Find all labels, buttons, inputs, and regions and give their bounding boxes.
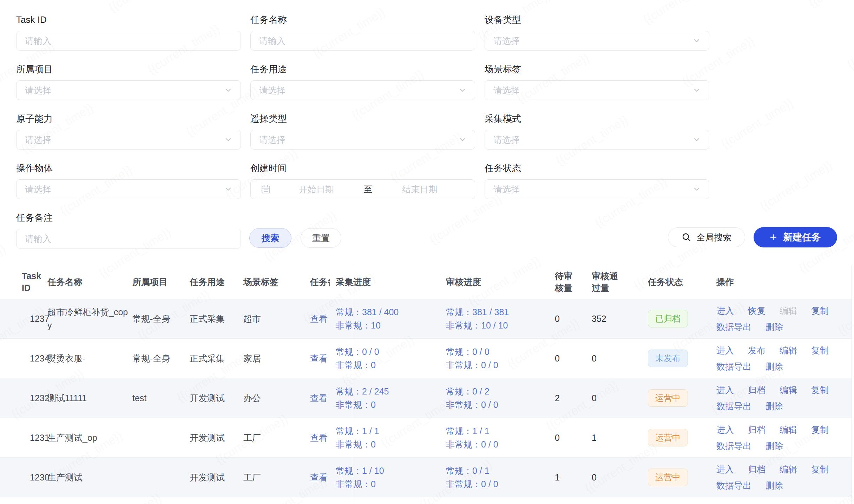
table-body: 1237 超市冷鲜柜补货_copy 常规-全身 正式采集 超市 查看 常规：38… bbox=[0, 299, 852, 504]
cell-pending-count: 1 bbox=[555, 466, 592, 489]
action-edit[interactable]: 编辑 bbox=[780, 383, 797, 397]
teleop-type-select[interactable]: 请选择 bbox=[250, 130, 475, 150]
view-remark-link[interactable]: 查看 bbox=[310, 353, 328, 363]
collect-mode-select[interactable]: 请选择 bbox=[485, 130, 709, 150]
reset-button[interactable]: 重置 bbox=[301, 228, 341, 248]
task-remark-input[interactable] bbox=[17, 229, 241, 248]
action-export[interactable]: 数据导出 bbox=[716, 479, 751, 492]
teleop-type-placeholder: 请选择 bbox=[259, 134, 285, 146]
device-type-select[interactable]: 请选择 bbox=[485, 31, 709, 51]
action-archive[interactable]: 归档 bbox=[748, 383, 766, 397]
cell-collect-progress: 常规：1 / 1 非常规：0 bbox=[330, 419, 446, 456]
date-separator: 至 bbox=[362, 184, 375, 195]
atomic-ability-placeholder: 请选择 bbox=[25, 134, 51, 146]
table-row: 1232 测试11111 test 开发测试 办公 查看 常规：2 / 245 … bbox=[0, 378, 852, 418]
action-export[interactable]: 数据导出 bbox=[716, 320, 751, 333]
cell-pending-count: 0 bbox=[555, 307, 592, 330]
create-task-button[interactable]: + 新建任务 bbox=[754, 227, 837, 247]
action-archive[interactable]: 归档 bbox=[748, 463, 766, 476]
operate-object-select[interactable]: 请选择 bbox=[16, 179, 241, 199]
start-date-input[interactable]: 开始日期 bbox=[271, 184, 362, 195]
regular-label: 常规： bbox=[336, 347, 362, 357]
action-delete[interactable]: 删除 bbox=[766, 320, 783, 333]
cell-collect-progress: 常规：381 / 400 非常规：10 bbox=[330, 300, 446, 337]
chevron-down-icon bbox=[224, 86, 232, 94]
action-enter[interactable]: 进入 bbox=[716, 502, 734, 504]
cell-pending-count: 0 bbox=[555, 426, 592, 449]
action-restore[interactable]: 恢复 bbox=[748, 502, 766, 504]
status-badge: 运营中 bbox=[648, 469, 688, 486]
action-copy[interactable]: 复制 bbox=[811, 502, 829, 504]
action-enter[interactable]: 进入 bbox=[716, 463, 734, 476]
action-enter[interactable]: 进入 bbox=[716, 383, 734, 397]
field-task-id: Task ID bbox=[16, 14, 241, 51]
purpose-placeholder: 请选择 bbox=[259, 85, 285, 96]
create-task-label: 新建任务 bbox=[783, 231, 821, 244]
atomic-ability-select[interactable]: 请选择 bbox=[16, 130, 241, 150]
task-id-input[interactable] bbox=[17, 31, 241, 50]
task-name-input[interactable] bbox=[251, 31, 475, 50]
action-export[interactable]: 数据导出 bbox=[716, 360, 751, 373]
form-action-buttons: 搜索 重置 bbox=[249, 228, 341, 248]
action-enter[interactable]: 进入 bbox=[716, 304, 734, 317]
view-remark-link[interactable]: 查看 bbox=[310, 433, 328, 443]
task-status-select[interactable]: 请选择 bbox=[485, 179, 709, 199]
action-restore[interactable]: 恢复 bbox=[748, 304, 766, 317]
action-export[interactable]: 数据导出 bbox=[716, 439, 751, 452]
action-edit[interactable]: 编辑 bbox=[780, 423, 797, 436]
global-search-button[interactable]: 全局搜索 bbox=[668, 227, 745, 247]
action-delete[interactable]: 删除 bbox=[766, 439, 783, 452]
cell-project bbox=[132, 472, 190, 482]
view-remark-link[interactable]: 查看 bbox=[310, 472, 328, 482]
cell-approved-count: 1 bbox=[592, 426, 648, 449]
field-task-name: 任务名称 bbox=[250, 14, 475, 51]
action-publish[interactable]: 发布 bbox=[748, 344, 766, 357]
create-time-range-picker[interactable]: 开始日期 至 结束日期 bbox=[250, 179, 475, 199]
purpose-label: 任务用途 bbox=[250, 64, 475, 75]
action-edit[interactable]: 编辑 bbox=[780, 344, 797, 357]
view-remark-link[interactable]: 查看 bbox=[310, 314, 328, 324]
action-delete[interactable]: 删除 bbox=[766, 479, 783, 492]
action-copy[interactable]: 复制 bbox=[811, 344, 829, 357]
filter-form: Task ID 任务名称 设备类型 请选择 所属项目 请选择 任务用途 请选择 bbox=[0, 0, 854, 248]
action-export[interactable]: 数据导出 bbox=[716, 399, 751, 413]
row-actions: 进入归档编辑复制数据导出删除 bbox=[716, 418, 852, 457]
project-select[interactable]: 请选择 bbox=[16, 80, 241, 100]
action-enter[interactable]: 进入 bbox=[716, 423, 734, 436]
device-type-placeholder: 请选择 bbox=[493, 35, 520, 47]
view-remark-link[interactable]: 查看 bbox=[310, 393, 328, 403]
review-regular-value: 0 / 1 bbox=[472, 466, 490, 476]
action-archive[interactable]: 归档 bbox=[748, 423, 766, 436]
status-badge: 运营中 bbox=[648, 389, 688, 407]
table-row: 1237 超市冷鲜柜补货_copy 常规-全身 正式采集 超市 查看 常规：38… bbox=[0, 299, 852, 339]
project-label: 所属项目 bbox=[16, 64, 241, 75]
cell-task-name: 测试11111 bbox=[47, 386, 132, 410]
action-enter[interactable]: 进入 bbox=[716, 344, 734, 357]
action-delete[interactable]: 删除 bbox=[766, 399, 783, 413]
cell-status: 运营中 bbox=[648, 384, 716, 412]
action-copy[interactable]: 复制 bbox=[811, 423, 829, 436]
cell-review-progress: 常规：1 / 1 非常规：0 / 0 bbox=[446, 419, 555, 456]
cell-remark: 查看 bbox=[307, 466, 330, 489]
cell-status: 未发布 bbox=[648, 345, 716, 372]
scene-tag-select[interactable]: 请选择 bbox=[485, 80, 709, 100]
action-copy[interactable]: 复制 bbox=[811, 304, 829, 317]
task-status-label: 任务状态 bbox=[485, 163, 709, 174]
cell-scene: 工厂 bbox=[243, 426, 307, 449]
action-copy[interactable]: 复制 bbox=[811, 463, 829, 476]
end-date-input[interactable]: 结束日期 bbox=[375, 184, 465, 195]
action-edit[interactable]: 编辑 bbox=[780, 463, 797, 476]
collect-mode-placeholder: 请选择 bbox=[493, 134, 520, 146]
cell-task-name: 生产测试 bbox=[47, 466, 132, 489]
cell-remark: 查看 bbox=[307, 386, 330, 410]
review-regular-value: 0 / 2 bbox=[472, 386, 490, 396]
review-irregular-value: 0 / 0 bbox=[481, 360, 498, 370]
action-copy[interactable]: 复制 bbox=[811, 383, 829, 397]
cell-collect-progress: 常规：2 / 245 非常规：0 bbox=[330, 380, 446, 416]
regular-label: 常规： bbox=[446, 347, 472, 357]
field-collect-mode: 采集模式 请选择 bbox=[485, 113, 709, 150]
purpose-select[interactable]: 请选择 bbox=[250, 80, 475, 100]
irregular-label: 非常规： bbox=[446, 360, 481, 370]
action-delete[interactable]: 删除 bbox=[766, 360, 783, 373]
search-button[interactable]: 搜索 bbox=[249, 228, 291, 248]
